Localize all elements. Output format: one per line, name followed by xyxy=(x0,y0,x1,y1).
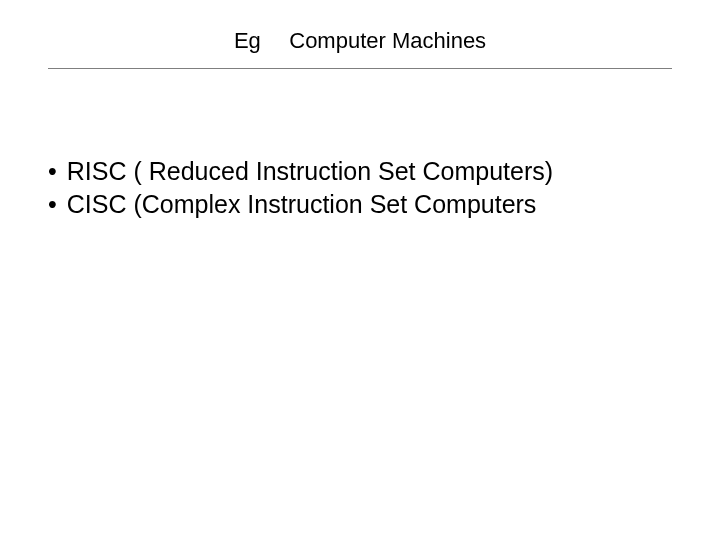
bullet-icon: • xyxy=(48,188,57,221)
list-item: • CISC (Complex Instruction Set Computer… xyxy=(48,188,672,221)
title-right: Computer Machines xyxy=(289,28,486,54)
title-left: Eg xyxy=(234,28,261,54)
bullet-text: CISC (Complex Instruction Set Computers xyxy=(67,188,537,221)
bullet-text: RISC ( Reduced Instruction Set Computers… xyxy=(67,155,553,188)
bullet-icon: • xyxy=(48,155,57,188)
content-area: • RISC ( Reduced Instruction Set Compute… xyxy=(0,69,720,220)
list-item: • RISC ( Reduced Instruction Set Compute… xyxy=(48,155,672,188)
title-area: Eg Computer Machines xyxy=(0,0,720,64)
